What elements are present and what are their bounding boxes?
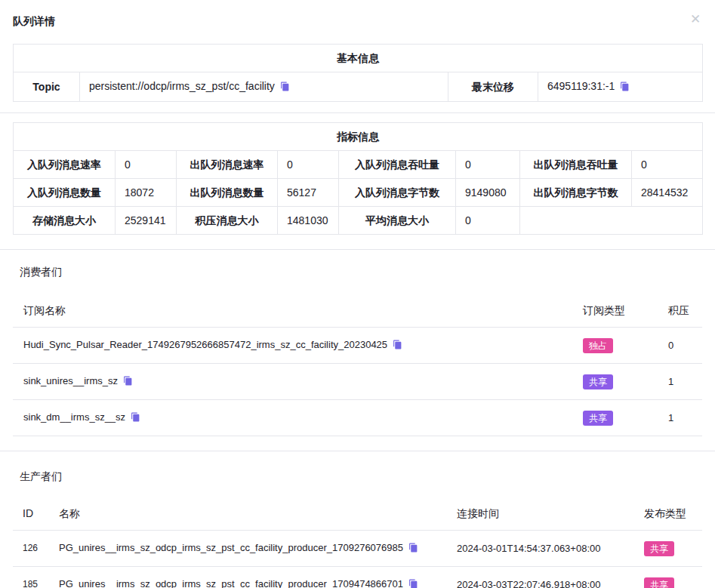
table-row: 入队列消息数量 18072 出队列消息数量 56127 入队列消息字节数 914… [14,179,703,207]
metric-label: 积压消息大小 [177,207,278,235]
basic-info-table: 基本信息 Topic persistent://odcp/irms_sz_pst… [13,44,703,102]
table-row: 入队列消息速率 0 出队列消息速率 0 入队列消息吞吐量 0 出队列消息吞吐量 … [14,151,703,179]
producer-connect-time: 2024-03-01T14:54:37.063+08:00 [457,531,634,567]
metric-label: 入队列消息吞吐量 [339,151,456,179]
metric-value: 0 [116,151,177,179]
producers-section-title: 生产者们 [20,470,715,484]
backlog-value: 0 [655,328,702,364]
metrics-section-header: 指标信息 [14,123,703,151]
page-title: 队列详情 [13,15,55,27]
metric-value: 2529141 [116,207,177,235]
metric-label: 出队列消息吞吐量 [520,151,632,179]
metric-value: 0 [456,207,520,235]
backlog-value: 1 [655,400,702,436]
producer-name: PG_unires__irms_sz_odcp_irms_sz_pst_cc_f… [59,578,403,588]
subscription-name: sink_unires__irms_sz [23,375,118,386]
divider [0,249,715,250]
topic-value: persistent://odcp/irms_sz_pst/cc_facilit… [89,80,275,92]
metric-value: 0 [278,151,339,179]
column-header-name: 名称 [49,500,457,531]
topic-value-cell: persistent://odcp/irms_sz_pst/cc_facilit… [80,72,448,102]
column-header-id: ID [13,500,49,531]
copy-icon[interactable] [123,377,133,388]
table-row: Hudi_Sync_Pulsar_Reader_1749267952666857… [13,328,702,364]
copy-icon[interactable] [620,82,630,94]
divider [0,451,715,451]
close-icon[interactable]: ✕ [688,12,703,27]
last-offset-label: 最末位移 [448,72,538,102]
subscription-name-cell: Hudi_Sync_Pulsar_Reader_1749267952666857… [13,328,570,364]
column-header-backlog: 积压 [655,297,702,328]
publish-type-badge: 共享 [644,577,674,588]
dialog-header: 队列详情 ✕ [0,0,715,28]
consumers-section-title: 消费者们 [20,266,715,279]
copy-icon[interactable] [280,82,290,94]
divider [0,112,715,113]
subscription-type-cell: 共享 [570,364,655,400]
metric-label: 平均消息大小 [339,207,456,235]
subscription-name-cell: sink_dm__irms_sz__sz [13,400,570,436]
subscription-name: Hudi_Sync_Pulsar_Reader_1749267952666857… [23,339,387,350]
metric-value: 28414532 [632,179,703,207]
last-offset-value: 6495119:31:-1 [547,80,615,92]
producer-id: 126 [13,531,49,567]
metric-label: 出队列消息速率 [177,151,278,179]
subscription-type-cell: 共享 [570,400,655,436]
table-row: Topic persistent://odcp/irms_sz_pst/cc_f… [14,72,703,102]
producers-table: ID 名称 连接时间 发布类型 126 PG_unires__irms_sz_o… [13,500,702,588]
metric-label: 出队列消息数量 [177,179,278,207]
last-offset-value-cell: 6495119:31:-1 [538,72,703,102]
column-header-publish-type: 发布类型 [634,500,702,531]
subscription-type-cell: 独占 [570,328,655,364]
metric-label: 入队列消息速率 [14,151,116,179]
table-row: sink_dm__irms_sz__sz 共享 1 [13,400,702,436]
producer-name: PG_unires__irms_sz_odcp_irms_sz_pst_cc_f… [59,542,403,553]
metric-value: 9149080 [456,179,520,207]
table-row: 126 PG_unires__irms_sz_odcp_irms_sz_pst_… [13,531,702,567]
column-header-subscription-name: 订阅名称 [13,297,570,328]
metric-label: 入队列消息字节数 [339,179,456,207]
subscription-name-cell: sink_unires__irms_sz [13,364,570,400]
producer-connect-time: 2024-03-03T22:07:46.918+08:00 [457,567,634,588]
column-header-connect-time: 连接时间 [457,500,634,531]
metric-label: 出队列消息字节数 [520,179,632,207]
copy-icon[interactable] [131,413,140,424]
producer-name-cell: PG_unires__irms_sz_odcp_irms_sz_pst_cc_f… [49,531,457,567]
copy-icon[interactable] [408,543,418,555]
basic-info-section-header: 基本信息 [14,45,703,72]
consumers-table: 订阅名称 订阅类型 积压 Hudi_Sync_Pulsar_Reader_174… [13,297,702,436]
topic-label: Topic [14,72,80,102]
subscription-name: sink_dm__irms_sz__sz [23,411,125,423]
backlog-value: 1 [655,364,702,400]
metric-label: 存储消息大小 [14,207,116,235]
publish-type-badge: 共享 [644,541,674,556]
publish-type-cell: 共享 [634,567,702,588]
column-header-subscription-type: 订阅类型 [570,297,655,328]
subscription-type-badge: 共享 [583,411,613,426]
copy-icon[interactable] [408,580,418,588]
table-row: 185 PG_unires__irms_sz_odcp_irms_sz_pst_… [13,567,702,588]
metric-value: 56127 [278,179,339,207]
metrics-table: 指标信息 入队列消息速率 0 出队列消息速率 0 入队列消息吞吐量 0 出队列消… [13,122,703,235]
metric-value: 0 [632,151,703,179]
subscription-type-badge: 共享 [583,374,613,389]
metric-value: 18072 [116,179,177,207]
table-row: 存储消息大小 2529141 积压消息大小 1481030 平均消息大小 0 [14,207,703,235]
producer-name-cell: PG_unires__irms_sz_odcp_irms_sz_pst_cc_f… [49,567,457,588]
table-row: sink_unires__irms_sz 共享 1 [13,364,702,400]
empty-cell [520,207,703,235]
metric-value: 0 [456,151,520,179]
metric-label: 入队列消息数量 [14,179,116,207]
subscription-type-badge: 独占 [583,338,613,353]
publish-type-cell: 共享 [634,531,702,567]
producer-id: 185 [13,567,49,588]
copy-icon[interactable] [393,340,402,352]
metric-value: 1481030 [278,207,339,235]
